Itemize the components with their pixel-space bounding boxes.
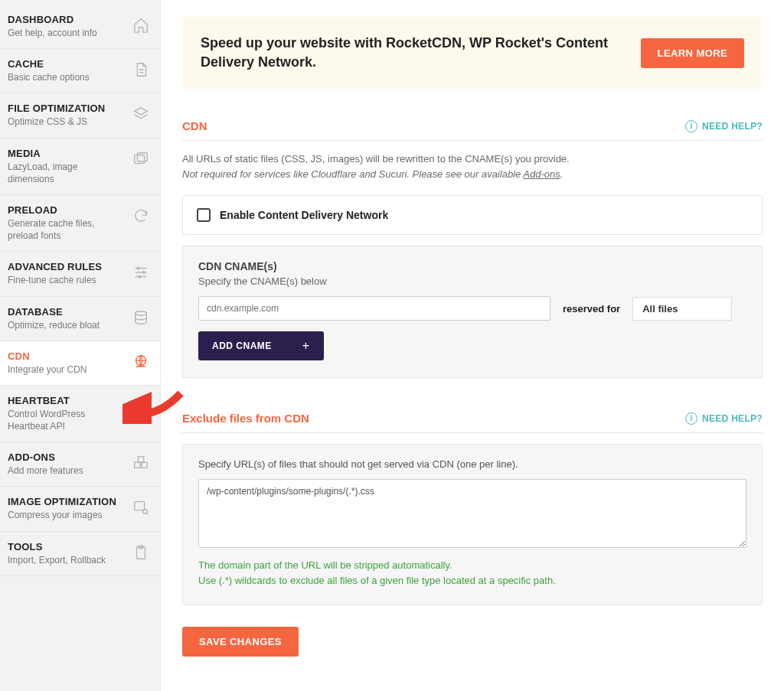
sidebar-item-image-optimization[interactable]: IMAGE OPTIMIZATION Compress your images [0,487,160,531]
cdn-section-title: CDN [182,119,207,132]
exclude-section-title: Exclude files from CDN [182,412,309,425]
cnames-sub: Specify the CNAME(s) below [198,275,746,287]
image-magnify-icon [132,499,149,516]
sliders-icon [132,264,149,281]
sidebar-item-sub: Fine-tune cache rules [8,274,125,286]
need-help-label: NEED HELP? [702,413,763,424]
plus-icon: + [302,339,310,353]
sidebar-item-cache[interactable]: CACHE Basic cache options [0,49,160,93]
sidebar-item-title: CDN [8,350,125,362]
cdn-desc-line1: All URLs of static files (CSS, JS, image… [182,152,763,167]
sidebar-item-heartbeat[interactable]: HEARTBEAT Control WordPress Heartbeat AP… [0,386,160,442]
cdn-desc: All URLs of static files (CSS, JS, image… [182,152,763,181]
sidebar-item-cdn[interactable]: CDN Integrate your CDN [0,341,160,386]
learn-more-button[interactable]: LEARN MORE [641,38,744,68]
sidebar-item-sub: Generate cache files, preload fonts [8,217,125,242]
home-icon [132,17,149,34]
sidebar-item-dashboard[interactable]: DASHBOARD Get help, account info [0,5,160,49]
sidebar-item-title: CACHE [8,58,125,70]
exclude-hint: The domain part of the URL will be strip… [198,558,746,588]
sidebar-item-sub: Compress your images [8,509,125,521]
sidebar-item-title: HEARTBEAT [8,395,125,406]
document-icon [132,61,149,78]
sidebar-item-media[interactable]: MEDIA LazyLoad, image dimensions [0,139,160,195]
refresh-icon [132,207,149,224]
sidebar-item-sub: Integrate your CDN [8,363,125,376]
svg-point-5 [136,311,147,315]
cnames-panel: CDN CNAME(s) Specify the CNAME(s) below … [182,246,763,378]
cdn-section-header: CDN i NEED HELP? [182,119,763,141]
sidebar-item-file-optimization[interactable]: FILE OPTIMIZATION Optimize CSS & JS [0,93,160,138]
globe-icon [132,354,149,370]
sidebar-item-sub: Control WordPress Heartbeat API [8,408,125,432]
reserved-for-select[interactable]: All files [632,297,732,321]
exclude-panel: Specify URL(s) of files that should not … [182,444,763,605]
sidebar-item-addons[interactable]: ADD-ONS Add more features [0,442,160,487]
save-changes-button[interactable]: SAVE CHANGES [182,627,299,657]
database-icon [132,309,149,326]
main-content: Speed up your website with RocketCDN, WP… [161,0,784,691]
cdn-desc-line2-pre: Not required for services like Cloudflar… [182,168,523,180]
need-help-link[interactable]: i NEED HELP? [685,120,763,132]
enable-cdn-box: Enable Content Delivery Network [182,195,763,235]
sidebar-item-sub: Optimize, reduce bloat [8,319,125,331]
cname-input[interactable] [198,296,550,321]
reserved-for-label: reserved for [563,303,620,315]
sidebar-item-sub: Add more features [8,464,125,477]
svg-point-11 [143,510,148,514]
sidebar-item-title: DASHBOARD [8,14,125,25]
enable-cdn-checkbox[interactable] [197,208,211,222]
help-icon: i [685,120,697,132]
svg-rect-9 [138,457,143,462]
sidebar-item-title: FILE OPTIMIZATION [8,103,125,114]
svg-rect-7 [135,462,140,468]
sidebar-item-advanced-rules[interactable]: ADVANCED RULES Fine-tune cache rules [0,252,160,296]
clipboard-icon [132,544,149,561]
svg-rect-1 [137,152,147,161]
sidebar-item-tools[interactable]: TOOLS Import, Export, Rollback [0,532,160,576]
svg-rect-10 [135,502,145,510]
need-help-link-exclude[interactable]: i NEED HELP? [685,412,763,425]
boxes-icon [132,455,149,471]
sidebar-item-sub: Optimize CSS & JS [8,116,125,128]
sidebar-item-title: TOOLS [8,541,125,552]
promo-text: Speed up your website with RocketCDN, WP… [201,34,629,72]
sidebar-item-title: ADD-ONS [8,451,125,463]
need-help-label: NEED HELP? [702,121,763,132]
addons-link[interactable]: Add-ons [523,168,560,180]
images-icon [132,151,149,168]
exclude-section-header: Exclude files from CDN i NEED HELP? [182,412,763,433]
exclude-hint-line2: Use (.*) wildcards to exclude all files … [198,573,746,588]
sidebar-item-sub: Basic cache options [8,71,125,83]
sidebar-item-sub: Get help, account info [8,27,125,39]
exclude-textarea[interactable] [198,479,746,548]
sidebar-item-title: ADVANCED RULES [8,261,125,272]
sidebar-item-preload[interactable]: PRELOAD Generate cache files, preload fo… [0,195,160,252]
sidebar-item-title: PRELOAD [8,204,125,216]
cnames-label: CDN CNAME(s) [198,260,746,272]
promo-banner: Speed up your website with RocketCDN, WP… [182,17,763,89]
exclude-hint-line1: The domain part of the URL will be strip… [198,558,746,573]
enable-cdn-label: Enable Content Delivery Network [220,209,388,221]
sidebar-item-title: MEDIA [8,148,125,159]
sidebar-item-title: IMAGE OPTIMIZATION [8,496,125,507]
add-cname-label: ADD CNAME [212,341,272,351]
cdn-desc-line2-post: . [560,168,564,180]
svg-rect-0 [135,155,145,163]
exclude-specify: Specify URL(s) of files that should not … [198,458,746,470]
help-icon: i [685,412,697,425]
sidebar-item-title: DATABASE [8,306,125,318]
heartbeat-icon [132,398,149,415]
layers-icon [132,106,149,122]
add-cname-button[interactable]: ADD CNAME + [198,331,324,360]
sidebar-item-database[interactable]: DATABASE Optimize, reduce bloat [0,297,160,341]
sidebar-item-sub: Import, Export, Rollback [8,554,125,566]
sidebar-item-sub: LazyLoad, image dimensions [8,161,125,185]
svg-rect-8 [142,462,147,468]
sidebar: DASHBOARD Get help, account info CACHE B… [0,0,161,691]
